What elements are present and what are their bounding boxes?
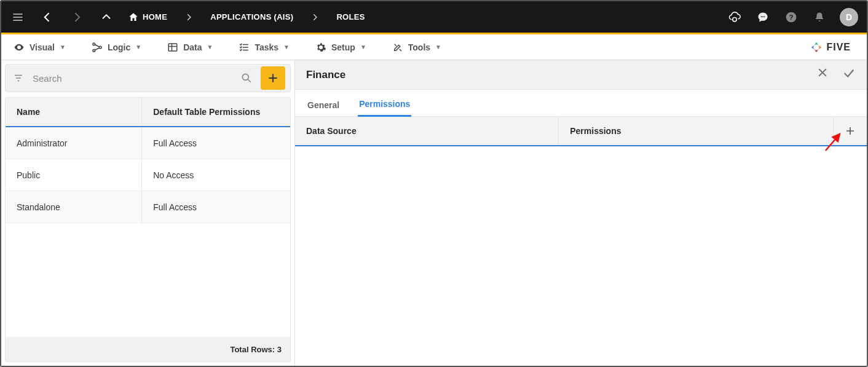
toolbar-logic[interactable]: Logic ▼	[92, 42, 141, 53]
toolbar-setup[interactable]: Setup ▼	[315, 42, 366, 53]
column-data-source[interactable]: Data Source	[306, 117, 559, 145]
bell-icon[interactable]	[811, 9, 827, 25]
svg-point-9	[18, 46, 20, 48]
table-footer: Total Rows: 3	[6, 337, 290, 361]
cloud-icon[interactable]	[727, 9, 743, 25]
tab-permissions[interactable]: Permissions	[358, 93, 411, 117]
toolbar-visual-label: Visual	[30, 42, 55, 52]
toolbar-data[interactable]: Data ▼	[167, 42, 213, 53]
svg-text:?: ?	[789, 13, 793, 21]
up-icon[interactable]	[98, 9, 114, 25]
svg-marker-22	[811, 45, 815, 49]
cell-name: Standalone	[6, 191, 142, 223]
column-name[interactable]: Name	[6, 98, 142, 126]
cell-name: Public	[6, 159, 142, 191]
svg-point-5	[762, 16, 763, 17]
cell-perm: Full Access	[142, 191, 290, 223]
detail-header: Finance	[295, 60, 867, 90]
chevron-right-icon	[307, 9, 323, 25]
svg-point-3	[733, 17, 736, 21]
table-header: Name Default Table Permissions	[6, 98, 290, 127]
table-row[interactable]: Public No Access	[6, 159, 290, 191]
brand-logo: FIVE	[810, 41, 854, 53]
search-bar	[5, 64, 291, 92]
svg-point-6	[764, 16, 765, 17]
chevron-down-icon: ▼	[283, 44, 290, 50]
toolbar-setup-label: Setup	[331, 42, 355, 52]
svg-rect-13	[168, 44, 177, 51]
detail-tabs: General Permissions	[295, 90, 867, 117]
top-header: HOME APPLICATIONS (AIS) ROLES ? D	[1, 1, 867, 34]
help-icon[interactable]: ?	[783, 9, 799, 25]
chat-icon[interactable]	[755, 9, 771, 25]
breadcrumb-roles[interactable]: ROLES	[336, 12, 365, 22]
search-icon[interactable]	[239, 70, 254, 86]
svg-marker-21	[815, 49, 819, 52]
brand-label: FIVE	[826, 42, 851, 53]
toolbar-visual[interactable]: Visual ▼	[14, 42, 66, 53]
cell-name: Administrator	[6, 127, 142, 159]
chevron-down-icon: ▼	[435, 44, 441, 50]
cell-perm: No Access	[142, 159, 290, 191]
breadcrumb-applications[interactable]: APPLICATIONS (AIS)	[210, 12, 293, 22]
chevron-down-icon: ▼	[60, 44, 66, 50]
close-icon[interactable]	[816, 66, 829, 83]
chevron-down-icon: ▼	[135, 44, 141, 50]
main-content: Name Default Table Permissions Administr…	[1, 60, 867, 366]
table-row[interactable]: Standalone Full Access	[6, 191, 290, 223]
svg-point-4	[761, 16, 762, 17]
cell-perm: Full Access	[142, 127, 290, 159]
add-button[interactable]	[261, 66, 285, 90]
table-footer-label: Total Rows: 3	[230, 345, 282, 354]
confirm-icon[interactable]	[842, 66, 856, 83]
back-icon[interactable]	[39, 9, 55, 25]
toolbar-data-label: Data	[183, 42, 202, 52]
avatar-initial: D	[846, 12, 852, 22]
search-input[interactable]	[33, 73, 232, 84]
filter-icon[interactable]	[10, 70, 26, 86]
svg-marker-19	[815, 42, 819, 45]
svg-point-26	[242, 74, 248, 80]
breadcrumb-applications-label: APPLICATIONS (AIS)	[210, 12, 293, 22]
toolbar-tasks[interactable]: Tasks ▼	[239, 42, 290, 53]
svg-marker-20	[819, 45, 822, 49]
chevron-down-icon: ▼	[360, 44, 366, 50]
hamburger-icon[interactable]	[10, 9, 26, 25]
toolbar-tasks-label: Tasks	[254, 42, 278, 52]
column-sub-permissions[interactable]: Permissions	[559, 117, 833, 145]
permissions-table-header: Data Source Permissions	[295, 117, 867, 146]
breadcrumb-home[interactable]: HOME	[128, 12, 167, 23]
tab-general[interactable]: General	[306, 94, 341, 116]
detail-panel: Finance General Permissions Data Source …	[295, 60, 867, 366]
avatar[interactable]: D	[840, 8, 858, 26]
svg-line-27	[248, 80, 251, 82]
forward-icon	[69, 9, 85, 25]
detail-title: Finance	[306, 69, 345, 81]
breadcrumb-home-label: HOME	[143, 12, 167, 22]
list-panel: Name Default Table Permissions Administr…	[1, 60, 295, 366]
toolbar: Visual ▼ Logic ▼ Data ▼ Tasks ▼ Setup ▼ …	[1, 34, 867, 60]
toolbar-tools[interactable]: Tools ▼	[392, 42, 441, 53]
chevron-right-icon	[181, 9, 197, 25]
column-permissions[interactable]: Default Table Permissions	[142, 98, 290, 126]
table-row[interactable]: Administrator Full Access	[6, 127, 290, 159]
toolbar-logic-label: Logic	[108, 42, 130, 52]
chevron-down-icon: ▼	[207, 44, 213, 50]
add-permission-button[interactable]	[833, 117, 856, 145]
toolbar-tools-label: Tools	[408, 42, 430, 52]
breadcrumb-roles-label: ROLES	[336, 12, 365, 22]
roles-table: Name Default Table Permissions Administr…	[5, 97, 291, 362]
